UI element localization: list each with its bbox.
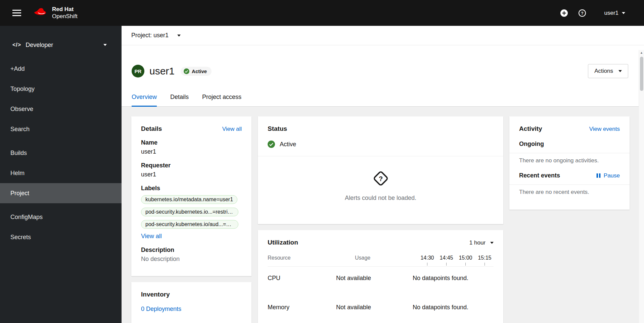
time-tick: 15:15: [475, 255, 494, 266]
field-value-description: No description: [141, 256, 242, 263]
chevron-down-icon: [490, 242, 494, 244]
project-selector-label: Project: user1: [131, 32, 169, 39]
redhat-logo-icon: [34, 7, 48, 18]
status-badge-label: Active: [192, 68, 207, 74]
actions-button[interactable]: Actions: [588, 64, 628, 78]
field-label-labels: Labels: [141, 185, 242, 192]
sidebar-item-label: ConfigMaps: [10, 214, 43, 221]
masthead-actions: ? user1: [560, 9, 625, 17]
details-card-title: Details: [141, 125, 162, 132]
project-selector[interactable]: Project: user1: [122, 26, 644, 45]
page-header: PR user1 Active Actions: [122, 45, 644, 107]
scroll-region: PR user1 Active Actions: [122, 45, 644, 323]
resource-datapoints: No datapoints found.: [413, 275, 468, 282]
field-label-requester: Requester: [141, 162, 242, 169]
label-pill[interactable]: pod-security.kubernetes.io/aud...=v1....: [141, 220, 238, 229]
page-title: user1: [149, 65, 175, 77]
sidebar-item-observe[interactable]: Observe: [0, 99, 122, 119]
inventory-card-title: Inventory: [141, 291, 170, 298]
brand-line1: Red Hat: [52, 6, 78, 13]
brand-text: Red Hat OpenShift: [52, 6, 78, 20]
time-tick: 14:45: [437, 255, 456, 266]
scrollbar-up-arrow-icon[interactable]: ▲: [639, 50, 644, 54]
sidebar-item-helm[interactable]: Helm: [0, 163, 122, 183]
vertical-scrollbar[interactable]: ▲: [639, 50, 644, 323]
field-value-name: user1: [141, 148, 242, 155]
utilization-row-cpu: CPU Not available No datapoints found.: [268, 275, 494, 282]
chevron-down-icon: [618, 70, 622, 72]
ongoing-section-title: Ongoing: [519, 141, 544, 148]
scrollbar-thumb[interactable]: [640, 57, 643, 91]
details-view-all-link[interactable]: View all: [222, 126, 242, 132]
sidebar-item-label: Secrets: [10, 234, 31, 241]
sidebar-item-secrets[interactable]: Secrets: [0, 227, 122, 247]
labels-view-all-link[interactable]: View all: [141, 233, 162, 240]
field-label-description: Description: [141, 247, 242, 254]
svg-text:?: ?: [378, 175, 382, 182]
brand-line2: OpenShift: [52, 13, 78, 20]
sidebar-item-search[interactable]: Search: [0, 119, 122, 139]
alerts-empty-state: ? Alerts could not be loaded.: [268, 156, 494, 202]
chevron-down-icon: [103, 44, 107, 46]
project-status-label: Active: [280, 141, 296, 148]
check-circle-icon: [268, 141, 275, 148]
deployments-count-link[interactable]: 0 Deployments: [141, 306, 181, 313]
duration-select[interactable]: 1 hour: [469, 239, 494, 246]
project-resource-badge: PR: [132, 65, 144, 77]
actions-button-label: Actions: [594, 68, 613, 74]
utilization-card: Utilization 1 hour Resource Usage: [258, 230, 503, 323]
user-menu-label: user1: [604, 10, 618, 16]
svg-text:?: ?: [581, 11, 584, 15]
sidebar-item-label: Topology: [10, 86, 35, 93]
user-menu[interactable]: user1: [604, 10, 625, 16]
sidebar: </> Developer +Add Topology Observe Sear…: [0, 26, 122, 323]
time-tick: 14:30: [418, 255, 437, 266]
resource-name: Memory: [268, 304, 336, 311]
sidebar-item-project[interactable]: Project: [0, 183, 122, 203]
sidebar-item-label: Observe: [10, 106, 33, 113]
tab-project-access[interactable]: Project access: [202, 94, 241, 107]
openshift-console: Red Hat OpenShift ? user1 </> Developer: [0, 0, 644, 323]
tab-details[interactable]: Details: [170, 94, 189, 107]
sidebar-item-topology[interactable]: Topology: [0, 79, 122, 99]
utilization-header-row: Resource Usage 14:30 14:45 15:00 15:15: [268, 255, 494, 267]
utilization-card-title: Utilization: [268, 239, 298, 246]
chevron-down-icon: [622, 12, 625, 14]
sidebar-item-builds[interactable]: Builds: [0, 143, 122, 163]
help-icon[interactable]: ?: [579, 9, 586, 17]
status-card: Status Active: [258, 116, 503, 224]
main-area: Project: user1 PR user1 Active: [122, 26, 644, 323]
label-pill[interactable]: pod-security.kubernetes.io...=restric...: [141, 208, 238, 216]
utilization-row-memory: Memory Not available No datapoints found…: [268, 304, 494, 311]
hamburger-menu-icon[interactable]: [11, 8, 22, 18]
activity-card: Activity View events Ongoing There are n…: [509, 116, 630, 210]
recent-events-section-title: Recent events: [519, 172, 560, 179]
add-icon[interactable]: [560, 9, 568, 17]
sidebar-item-add[interactable]: +Add: [0, 59, 122, 79]
view-events-link[interactable]: View events: [589, 126, 620, 132]
label-pill[interactable]: kubernetes.io/metadata.name=user1: [141, 195, 237, 204]
resource-datapoints: No datapoints found.: [413, 304, 468, 311]
masthead: Red Hat OpenShift ? user1: [0, 0, 644, 26]
sidebar-item-label: Project: [10, 190, 29, 197]
sidebar-item-label: +Add: [10, 65, 25, 72]
pause-events-button[interactable]: Pause: [596, 172, 620, 179]
perspective-switcher[interactable]: </> Developer: [12, 35, 107, 55]
field-value-requester: user1: [141, 171, 242, 178]
time-axis: 14:30 14:45 15:00 15:15: [413, 255, 494, 266]
tab-overview[interactable]: Overview: [132, 94, 157, 107]
overview-content: Details View all Name user1 Requester us…: [122, 107, 644, 323]
column-header-usage: Usage: [336, 255, 370, 261]
status-card-title: Status: [268, 125, 287, 132]
duration-select-value: 1 hour: [469, 239, 486, 246]
resource-usage: Not available: [336, 275, 413, 282]
recent-events-empty-message: There are no recent events.: [519, 185, 620, 200]
activity-card-title: Activity: [519, 125, 542, 132]
sidebar-item-configmaps[interactable]: ConfigMaps: [0, 207, 122, 227]
chevron-down-icon: [177, 35, 181, 37]
sidebar-nav: +Add Topology Observe Search Builds Helm…: [0, 55, 122, 247]
alerts-message: Alerts could not be loaded.: [268, 195, 494, 202]
inventory-card: Inventory 0 Deployments: [131, 282, 251, 323]
sidebar-item-label: Builds: [10, 150, 27, 157]
resource-name: CPU: [268, 275, 336, 282]
